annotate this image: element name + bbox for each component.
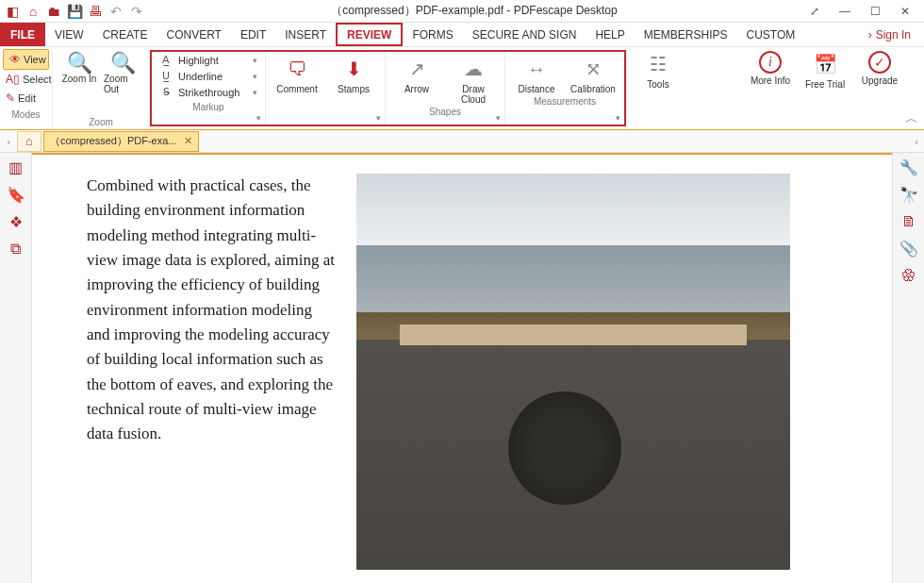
zoom-out-label: Zoom Out (104, 74, 141, 94)
menu-convert[interactable]: CONVERT (157, 23, 230, 46)
zoom-in-icon: 🔍 (67, 53, 92, 74)
chevron-down-icon[interactable]: ▾ (256, 113, 261, 123)
menu-custom[interactable]: CUSTOM (737, 23, 805, 46)
calendar-icon: 📅 (812, 51, 838, 77)
ribbon-award-icon[interactable]: 🏵 (901, 267, 916, 284)
document-tab-strip: › ⌂ （compressed）PDF-exa... ✕ ‹ (0, 130, 924, 153)
tab-prev-icon[interactable]: › (0, 136, 17, 147)
underline-button[interactable]: U̲Underline▾ (152, 68, 265, 84)
tools-label: Tools (647, 79, 668, 90)
chevron-down-icon: ▾ (253, 72, 257, 81)
mode-edit-button[interactable]: ✎Edit (0, 89, 52, 108)
menu-edit[interactable]: EDIT (231, 23, 275, 46)
tools-panel: ☷Tools (626, 47, 689, 129)
review-tools-group: A̲Highlight▾ U̲Underline▾ S̶Strikethroug… (150, 50, 626, 126)
measurements-panel: ↔Distance ⤧Calibration Measurements ▾ (504, 52, 624, 125)
chevron-right-icon: › (868, 28, 872, 42)
main-area: ▥ 🔖 ❖ ⧉ Combined with practical cases, t… (0, 153, 924, 583)
zoom-in-button[interactable]: 🔍Zoom In (60, 53, 98, 94)
layers-icon[interactable]: ❖ (9, 213, 23, 231)
print-icon[interactable]: 🖶 (87, 3, 104, 20)
close-icon[interactable]: ✕ (894, 3, 916, 20)
document-tab[interactable]: （compressed）PDF-exa... ✕ (43, 131, 199, 152)
tab-next-icon[interactable]: ‹ (915, 136, 924, 147)
thumbnails-icon[interactable]: ▥ (8, 158, 23, 176)
strikethrough-icon: S̶ (159, 86, 173, 98)
open-icon[interactable]: 🖿 (45, 3, 62, 20)
comment-button[interactable]: 🗨Comment (273, 56, 321, 94)
left-sidebar: ▥ 🔖 ❖ ⧉ (0, 153, 32, 583)
stamps-button[interactable]: ⬇︎Stamps (330, 56, 377, 94)
redo-icon[interactable]: ↷ (128, 3, 145, 20)
minimize-icon[interactable]: — (833, 3, 856, 20)
upgrade-button[interactable]: ✓Upgrade (856, 51, 903, 129)
menu-review[interactable]: REVIEW (336, 23, 403, 46)
page-icon[interactable]: 🗎 (901, 213, 916, 230)
save-icon[interactable]: 💾 (66, 3, 83, 20)
modes-panel: 👁View A▯Select ✎Edit Modes (0, 47, 53, 129)
zoom-label: Zoom (89, 115, 113, 129)
bookmarks-icon[interactable]: 🔖 (7, 186, 25, 204)
zoom-out-icon: 🔍 (110, 53, 136, 74)
sign-in-link[interactable]: ›Sign In (855, 23, 924, 46)
menu-forms[interactable]: FORMS (403, 23, 462, 46)
free-trial-button[interactable]: 📅Free Trial (801, 51, 849, 129)
stamps-label: Stamps (338, 84, 370, 94)
zoom-out-button[interactable]: 🔍Zoom Out (104, 53, 141, 94)
chevron-down-icon[interactable]: ▾ (376, 113, 381, 123)
menu-memberships[interactable]: MEMBERSHIPS (635, 23, 737, 46)
pages-icon[interactable]: ⧉ (10, 241, 21, 258)
distance-button[interactable]: ↔Distance (513, 56, 560, 94)
pencil-icon: ✎ (6, 92, 15, 105)
document-image (356, 174, 790, 570)
draw-cloud-button[interactable]: ☁Draw Cloud (450, 56, 497, 105)
more-info-button[interactable]: iMore Info (747, 51, 794, 129)
home-tab[interactable]: ⌂ (17, 131, 41, 152)
quick-access-toolbar: ◧ ⌂ 🖿 💾 🖶 ↶ ↷ (0, 3, 145, 20)
upgrade-label: Upgrade (862, 75, 898, 86)
calibration-button[interactable]: ⤧Calibration (569, 56, 617, 94)
underline-icon: U̲ (159, 70, 173, 82)
window-title: （compressed）PDF-example.pdf - PDFescape … (145, 3, 803, 19)
chevron-down-icon: ▾ (253, 56, 257, 65)
collapse-ribbon-icon[interactable]: ⤢ (803, 3, 826, 20)
draw-cloud-label: Draw Cloud (450, 84, 497, 105)
binoculars-icon[interactable]: 🔭 (899, 186, 918, 204)
menu-create[interactable]: CREATE (93, 23, 157, 46)
home-icon[interactable]: ⌂ (25, 3, 41, 20)
cloud-icon: ☁ (460, 56, 487, 82)
attachment-icon[interactable]: 📎 (899, 240, 918, 258)
ribbon: 👁View A▯Select ✎Edit Modes 🔍Zoom In 🔍Zoo… (0, 47, 924, 130)
ribbon-right-panel: iMore Info 📅Free Trial ✓Upgrade (747, 47, 924, 129)
right-sidebar: 🔧 🔭 🗎 📎 🏵 (892, 153, 924, 583)
highlight-icon: A̲ (159, 54, 173, 66)
tools-button[interactable]: ☷Tools (635, 51, 682, 90)
arrow-button[interactable]: ↗Arrow (393, 56, 440, 105)
menu-insert[interactable]: INSERT (275, 23, 336, 46)
menu-help[interactable]: HELP (586, 23, 634, 46)
sliders-icon: ☷ (645, 51, 671, 77)
calibration-label: Calibration (570, 84, 616, 94)
menu-file[interactable]: FILE (0, 23, 45, 46)
distance-label: Distance (519, 84, 555, 94)
stamp-icon: ⬇︎ (340, 56, 367, 82)
menu-view[interactable]: VIEW (45, 23, 93, 46)
strikethrough-label: Strikethrough (178, 87, 239, 98)
strikethrough-button[interactable]: S̶Strikethrough▾ (152, 84, 265, 100)
ribbon-collapse-icon[interactable]: ︿ (905, 110, 918, 127)
menu-secure[interactable]: SECURE AND SIGN (463, 23, 586, 46)
chevron-down-icon[interactable]: ▾ (496, 113, 501, 123)
undo-icon[interactable]: ↶ (107, 3, 124, 20)
mode-select-button[interactable]: A▯Select (0, 70, 52, 89)
chevron-down-icon[interactable]: ▾ (616, 113, 620, 123)
document-viewport[interactable]: Combined with practical cases, the build… (32, 153, 892, 583)
mode-view-button[interactable]: 👁View (3, 49, 49, 70)
wrench-icon[interactable]: 🔧 (899, 158, 918, 176)
comment-stamps-panel: 🗨Comment ⬇︎Stamps ▾ (265, 52, 385, 125)
modes-label: Modes (0, 108, 52, 122)
app-icon[interactable]: ◧ (4, 3, 21, 20)
close-tab-icon[interactable]: ✕ (184, 135, 192, 147)
maximize-icon[interactable]: ☐ (864, 3, 886, 20)
highlight-button[interactable]: A̲Highlight▾ (152, 52, 265, 68)
check-icon: ✓ (868, 51, 891, 74)
